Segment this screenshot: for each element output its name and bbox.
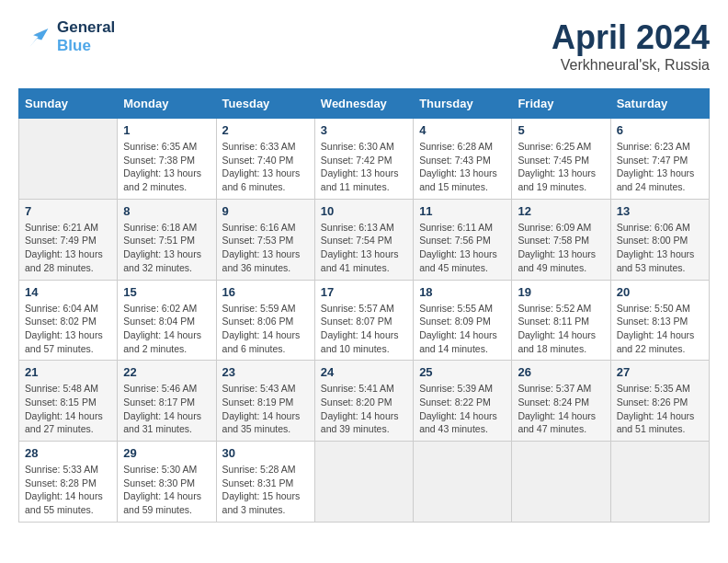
calendar-day-cell: 14Sunrise: 6:04 AMSunset: 8:02 PMDayligh… xyxy=(19,280,118,361)
weekday-header-cell: Sunday xyxy=(19,89,118,119)
day-info: Sunrise: 6:09 AMSunset: 7:58 PMDaylight:… xyxy=(518,221,604,275)
day-info: Sunrise: 5:46 AMSunset: 8:17 PMDaylight:… xyxy=(123,382,210,436)
day-number: 16 xyxy=(222,285,309,299)
day-number: 3 xyxy=(321,123,407,137)
calendar-day-cell: 13Sunrise: 6:06 AMSunset: 8:00 PMDayligh… xyxy=(610,199,709,280)
calendar-day-cell: 26Sunrise: 5:37 AMSunset: 8:24 PMDayligh… xyxy=(512,361,610,442)
day-number: 6 xyxy=(617,123,703,137)
day-number: 25 xyxy=(419,365,506,379)
day-number: 13 xyxy=(617,204,703,218)
calendar-day-cell: 20Sunrise: 5:50 AMSunset: 8:13 PMDayligh… xyxy=(610,280,709,361)
calendar-day-cell: 1Sunrise: 6:35 AMSunset: 7:38 PMDaylight… xyxy=(118,119,216,200)
day-info: Sunrise: 6:11 AMSunset: 7:56 PMDaylight:… xyxy=(419,221,506,275)
weekday-header-cell: Saturday xyxy=(610,89,709,119)
day-info: Sunrise: 5:50 AMSunset: 8:13 PMDaylight:… xyxy=(617,302,703,356)
title-area: April 2024 Verkhneural'sk, Russia xyxy=(552,18,710,74)
calendar-day-cell: 8Sunrise: 6:18 AMSunset: 7:51 PMDaylight… xyxy=(118,199,216,280)
day-number: 20 xyxy=(617,285,703,299)
day-info: Sunrise: 6:06 AMSunset: 8:00 PMDaylight:… xyxy=(617,221,703,275)
day-info: Sunrise: 6:25 AMSunset: 7:45 PMDaylight:… xyxy=(518,140,604,194)
weekday-header-cell: Tuesday xyxy=(216,89,314,119)
logo: General Blue xyxy=(18,18,115,55)
day-info: Sunrise: 6:02 AMSunset: 8:04 PMDaylight:… xyxy=(123,302,210,356)
day-number: 27 xyxy=(617,365,703,379)
calendar-week-row: 14Sunrise: 6:04 AMSunset: 8:02 PMDayligh… xyxy=(19,280,710,361)
day-info: Sunrise: 5:28 AMSunset: 8:31 PMDaylight:… xyxy=(222,463,309,517)
day-info: Sunrise: 5:35 AMSunset: 8:26 PMDaylight:… xyxy=(617,382,703,436)
day-info: Sunrise: 5:39 AMSunset: 8:22 PMDaylight:… xyxy=(419,382,506,436)
day-info: Sunrise: 5:52 AMSunset: 8:11 PMDaylight:… xyxy=(518,302,604,356)
day-number: 5 xyxy=(518,123,604,137)
calendar-day-cell: 4Sunrise: 6:28 AMSunset: 7:43 PMDaylight… xyxy=(414,119,512,200)
calendar-week-row: 28Sunrise: 5:33 AMSunset: 8:28 PMDayligh… xyxy=(19,442,710,523)
day-number: 29 xyxy=(123,446,210,460)
calendar-day-cell: 6Sunrise: 6:23 AMSunset: 7:47 PMDaylight… xyxy=(610,119,709,200)
day-info: Sunrise: 6:16 AMSunset: 7:53 PMDaylight:… xyxy=(222,221,309,275)
calendar-day-cell xyxy=(314,442,413,523)
calendar-day-cell: 21Sunrise: 5:48 AMSunset: 8:15 PMDayligh… xyxy=(19,361,118,442)
calendar-day-cell: 28Sunrise: 5:33 AMSunset: 8:28 PMDayligh… xyxy=(19,442,118,523)
day-number: 18 xyxy=(419,285,506,299)
day-info: Sunrise: 6:13 AMSunset: 7:54 PMDaylight:… xyxy=(321,221,407,275)
calendar-day-cell: 18Sunrise: 5:55 AMSunset: 8:09 PMDayligh… xyxy=(414,280,512,361)
day-number: 24 xyxy=(321,365,407,379)
day-info: Sunrise: 6:33 AMSunset: 7:40 PMDaylight:… xyxy=(222,140,309,194)
calendar-table: SundayMondayTuesdayWednesdayThursdayFrid… xyxy=(18,88,710,523)
day-number: 1 xyxy=(123,123,210,137)
calendar-day-cell: 23Sunrise: 5:43 AMSunset: 8:19 PMDayligh… xyxy=(216,361,314,442)
day-info: Sunrise: 5:48 AMSunset: 8:15 PMDaylight:… xyxy=(25,382,111,436)
calendar-body: 1Sunrise: 6:35 AMSunset: 7:38 PMDaylight… xyxy=(19,119,710,523)
calendar-day-cell: 30Sunrise: 5:28 AMSunset: 8:31 PMDayligh… xyxy=(216,442,314,523)
calendar-day-cell: 5Sunrise: 6:25 AMSunset: 7:45 PMDaylight… xyxy=(512,119,610,200)
calendar-day-cell: 22Sunrise: 5:46 AMSunset: 8:17 PMDayligh… xyxy=(118,361,216,442)
month-title: April 2024 xyxy=(552,18,710,57)
day-info: Sunrise: 5:37 AMSunset: 8:24 PMDaylight:… xyxy=(518,382,604,436)
calendar-day-cell: 17Sunrise: 5:57 AMSunset: 8:07 PMDayligh… xyxy=(314,280,413,361)
calendar-day-cell xyxy=(512,442,610,523)
day-number: 23 xyxy=(222,365,309,379)
calendar-day-cell: 3Sunrise: 6:30 AMSunset: 7:42 PMDaylight… xyxy=(314,119,413,200)
day-info: Sunrise: 6:18 AMSunset: 7:51 PMDaylight:… xyxy=(123,221,210,275)
day-info: Sunrise: 6:35 AMSunset: 7:38 PMDaylight:… xyxy=(123,140,210,194)
calendar-week-row: 21Sunrise: 5:48 AMSunset: 8:15 PMDayligh… xyxy=(19,361,710,442)
day-number: 15 xyxy=(123,285,210,299)
weekday-header-cell: Thursday xyxy=(414,89,512,119)
location-title: Verkhneural'sk, Russia xyxy=(552,57,710,74)
calendar-day-cell: 2Sunrise: 6:33 AMSunset: 7:40 PMDaylight… xyxy=(216,119,314,200)
day-number: 14 xyxy=(25,285,111,299)
svg-marker-0 xyxy=(30,29,49,47)
calendar-day-cell: 12Sunrise: 6:09 AMSunset: 7:58 PMDayligh… xyxy=(512,199,610,280)
day-info: Sunrise: 5:55 AMSunset: 8:09 PMDaylight:… xyxy=(419,302,506,356)
calendar-day-cell: 9Sunrise: 6:16 AMSunset: 7:53 PMDaylight… xyxy=(216,199,314,280)
day-number: 10 xyxy=(321,204,407,218)
header: General Blue April 2024 Verkhneural'sk, … xyxy=(18,18,710,74)
day-info: Sunrise: 6:30 AMSunset: 7:42 PMDaylight:… xyxy=(321,140,407,194)
day-number: 28 xyxy=(25,446,111,460)
day-number: 19 xyxy=(518,285,604,299)
weekday-header-cell: Monday xyxy=(118,89,216,119)
calendar-day-cell xyxy=(19,119,118,200)
calendar-day-cell: 19Sunrise: 5:52 AMSunset: 8:11 PMDayligh… xyxy=(512,280,610,361)
calendar-day-cell xyxy=(414,442,512,523)
day-info: Sunrise: 6:04 AMSunset: 8:02 PMDaylight:… xyxy=(25,302,111,356)
calendar-day-cell: 16Sunrise: 5:59 AMSunset: 8:06 PMDayligh… xyxy=(216,280,314,361)
day-number: 11 xyxy=(419,204,506,218)
calendar-day-cell: 15Sunrise: 6:02 AMSunset: 8:04 PMDayligh… xyxy=(118,280,216,361)
day-number: 9 xyxy=(222,204,309,218)
day-info: Sunrise: 5:41 AMSunset: 8:20 PMDaylight:… xyxy=(321,382,407,436)
calendar-day-cell: 11Sunrise: 6:11 AMSunset: 7:56 PMDayligh… xyxy=(414,199,512,280)
calendar-day-cell: 25Sunrise: 5:39 AMSunset: 8:22 PMDayligh… xyxy=(414,361,512,442)
day-number: 22 xyxy=(123,365,210,379)
weekday-header-cell: Wednesday xyxy=(314,89,413,119)
day-info: Sunrise: 6:21 AMSunset: 7:49 PMDaylight:… xyxy=(25,221,111,275)
weekday-header-cell: Friday xyxy=(512,89,610,119)
day-info: Sunrise: 5:59 AMSunset: 8:06 PMDaylight:… xyxy=(222,302,309,356)
calendar-day-cell: 7Sunrise: 6:21 AMSunset: 7:49 PMDaylight… xyxy=(19,199,118,280)
day-number: 4 xyxy=(419,123,506,137)
logo-icon xyxy=(18,23,51,51)
calendar-day-cell xyxy=(610,442,709,523)
day-info: Sunrise: 5:30 AMSunset: 8:30 PMDaylight:… xyxy=(123,463,210,517)
calendar-day-cell: 10Sunrise: 6:13 AMSunset: 7:54 PMDayligh… xyxy=(314,199,413,280)
calendar-day-cell: 24Sunrise: 5:41 AMSunset: 8:20 PMDayligh… xyxy=(314,361,413,442)
day-info: Sunrise: 6:23 AMSunset: 7:47 PMDaylight:… xyxy=(617,140,703,194)
